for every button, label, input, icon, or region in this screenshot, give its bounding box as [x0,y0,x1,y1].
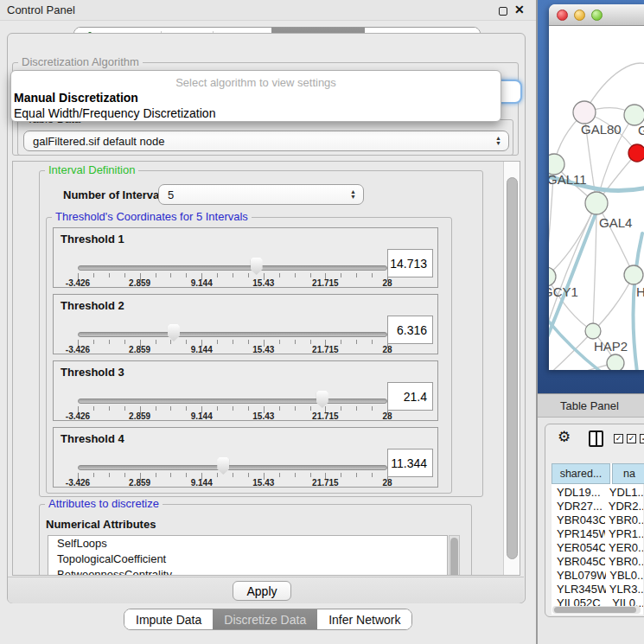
settings-scrollpane: Interval Definition Number of Intervals … [12,161,520,576]
threshold-value-field[interactable]: 21.4 [387,382,433,411]
tick-mark [170,473,171,477]
apply-button[interactable]: Apply [233,581,291,601]
attributes-list-scrollbar[interactable] [449,535,460,576]
settings-scrollbar-track[interactable] [503,162,520,575]
table-row[interactable]: YBL079WYBL0... [552,569,643,583]
network-window[interactable]: GAL80GAGAL11GAL4GCY1HHAP2 [549,4,644,370]
network-edge[interactable] [633,233,642,370]
tick-mark [156,340,156,344]
tick-mark [233,473,233,477]
network-edge[interactable] [593,275,634,331]
numerical-attributes-label: Numerical Attributes [46,518,156,531]
table-data-combo[interactable]: galFiltered.sif default node ▲▼ [23,131,509,151]
table-row[interactable]: YLR345WYLR3... [552,583,643,596]
popup-item-manual-discretization[interactable]: Manual Discretization [14,91,138,105]
float-window-icon[interactable] [499,7,507,16]
network-edge[interactable] [596,203,634,275]
attribute-list-item[interactable]: BetweennessCentrality [48,567,447,576]
network-node-label: HAP2 [594,339,628,354]
tick-label: -3.426 [59,278,97,288]
threshold-slider-thumb[interactable] [251,258,263,275]
network-graph[interactable]: GAL80GAGAL11GAL4GCY1HHAP2 [549,26,644,370]
node-table-rows[interactable]: YDL19...YDL1...YDR27...YDR2...YBR043CYBR… [552,486,643,607]
threshold-slider-track[interactable] [78,399,387,404]
threshold-slider-track[interactable] [78,265,387,271]
network-edge[interactable] [549,331,593,370]
network-edge[interactable] [549,203,596,277]
checkbox-icon[interactable]: ✓ [627,434,636,443]
network-node-hap2[interactable] [585,323,601,339]
tick-label: 9.144 [182,345,220,354]
columns-icon[interactable] [589,430,603,447]
network-node-gal4[interactable] [585,192,608,214]
table-row[interactable]: YBR045CYBR0... [552,555,643,569]
threshold-slider-thumb[interactable] [217,457,229,475]
tick-mark [186,273,187,277]
table-row[interactable]: YBR043CYBR0... [552,513,643,527]
bottom-tab-impute-data[interactable]: Impute Data [124,609,213,629]
tick-mark [295,273,296,277]
tick-mark [93,473,94,477]
network-node[interactable] [628,144,644,162]
tick-mark [341,406,341,411]
tick-label: 21.715 [306,345,344,354]
network-edge[interactable] [549,363,615,370]
tick-mark [124,406,125,411]
network-node-gal80[interactable] [573,101,596,124]
table-row[interactable]: YER054CYER0... [552,541,643,555]
numerical-attributes-list[interactable]: SelfLoopsTopologicalCoefficientBetweenne… [48,535,448,576]
network-node[interactable] [607,354,624,370]
tick-mark [341,473,341,477]
network-node-h[interactable] [624,265,643,284]
network-view[interactable]: GAL80GAGAL11GAL4GCY1HHAP2 [549,26,644,370]
threshold-slider-track[interactable] [78,332,387,337]
tick-mark [279,340,280,344]
threshold-slider-thumb[interactable] [168,324,180,341]
table-horizontal-scrollbar[interactable] [552,606,641,614]
tick-mark [372,406,373,411]
zoom-traffic-light-icon[interactable] [591,10,603,21]
network-node-gcy1[interactable] [549,267,556,286]
table-row[interactable]: YDR27...YDR2... [552,500,643,513]
attribute-list-item[interactable]: TopologicalCoefficient [48,552,447,567]
attribute-list-item[interactable]: SelfLoops [48,536,447,552]
number-of-intervals-combo[interactable]: 5 ▲▼ [158,184,364,205]
table-cell-shared-name: YBR045C [552,555,605,569]
popup-item-equal-width-frequency[interactable]: Equal Width/Frequency Discretization [14,106,215,120]
bottom-tab-discretize-data[interactable]: Discretize Data [213,609,317,629]
control-panel-titlebar: Control Panel ✕ [0,0,536,21]
tick-label: 15.43 [245,345,283,354]
close-traffic-light-icon[interactable] [557,10,568,21]
tick-mark [356,340,357,344]
checkbox-icon[interactable]: ✓ [614,434,623,443]
tick-mark [170,340,171,344]
threshold-value-field[interactable]: 6.316 [387,316,433,344]
network-window-titlebar[interactable] [549,4,644,26]
table-cell-name: YBR0... [605,513,643,527]
settings-scrollbar-thumb[interactable] [507,177,518,559]
tick-mark [372,340,373,344]
table-row[interactable]: YDL19...YDL1... [552,486,643,500]
threshold-slider-track[interactable] [78,465,387,470]
table-cell-name: YDR2... [605,500,643,513]
bottom-tab-infer-network[interactable]: Infer Network [317,609,411,629]
tick-mark [310,340,311,344]
gear-icon[interactable]: ⚙ [558,428,571,446]
threshold-label: Threshold 4 [61,432,124,445]
checkbox-icon[interactable]: ✓ [640,434,644,443]
table-row[interactable]: YPR145WYPR1... [552,527,643,541]
tick-mark [356,473,357,477]
tick-mark [233,406,233,411]
threshold-value-field[interactable]: 14.713 [387,249,433,277]
threshold-slider-thumb[interactable] [316,391,328,408]
table-header-name[interactable]: na [612,463,644,484]
tick-mark [248,340,249,344]
table-header-shared-name[interactable]: shared... [552,463,610,484]
threshold-value-field[interactable]: 11.344 [387,449,433,477]
threshold-panel: Threshold 4-3.4262.8599.14415.4321.71528… [53,427,438,488]
tick-mark [109,406,110,411]
attributes-group-title: Attributes to discretize [45,497,163,510]
tick-mark [356,273,357,277]
close-icon[interactable]: ✕ [514,3,525,16]
minimize-traffic-light-icon[interactable] [574,10,585,21]
